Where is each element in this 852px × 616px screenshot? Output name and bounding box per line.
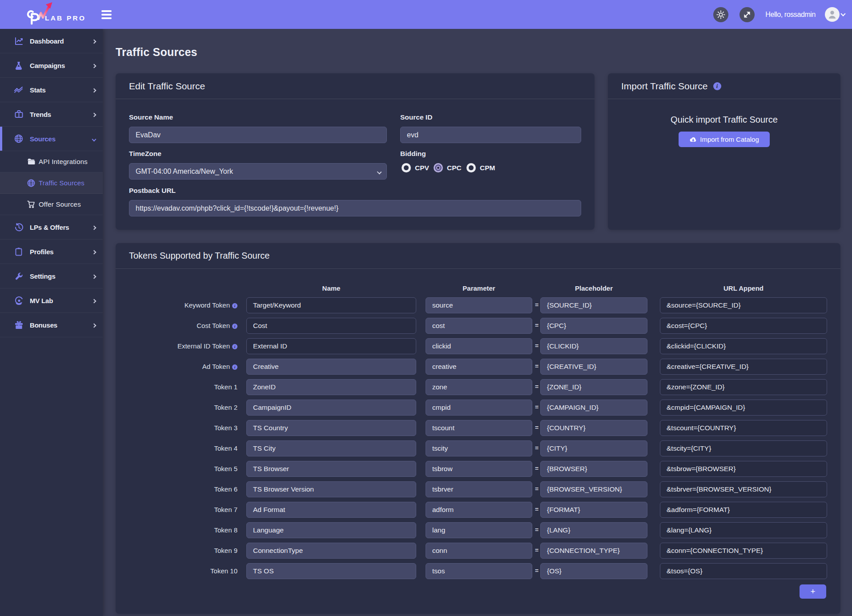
svg-text:LAB PRO: LAB PRO	[45, 14, 86, 22]
